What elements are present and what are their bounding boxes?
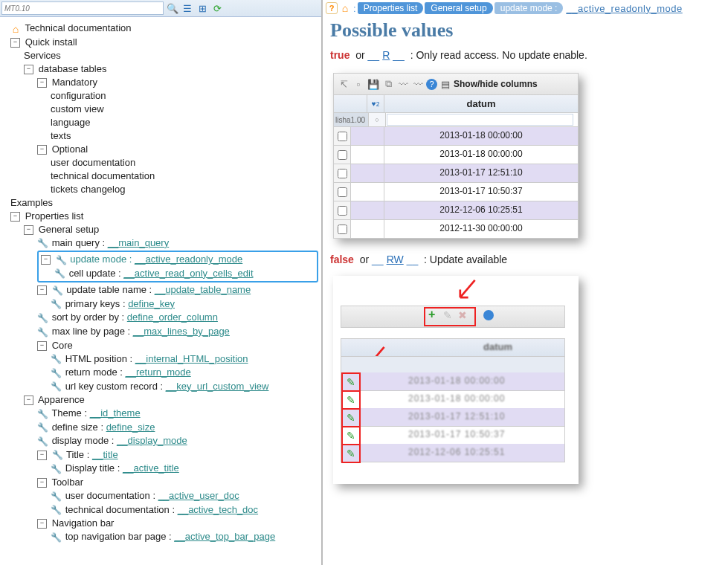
- quick-install[interactable]: Quick install: [25, 36, 77, 48]
- services[interactable]: Services: [24, 50, 61, 61]
- wrench-icon: 🔧: [37, 236, 48, 250]
- language[interactable]: language: [51, 117, 91, 128]
- tree-root[interactable]: Technical documentation: [25, 22, 131, 33]
- general-setup[interactable]: General setup: [39, 224, 100, 235]
- val-rw: RW: [387, 254, 404, 265]
- define-size-link[interactable]: define_size: [106, 422, 155, 433]
- collapse-icon[interactable]: −: [37, 145, 47, 155]
- examples[interactable]: Examples: [10, 197, 53, 208]
- tool-icon[interactable]: 〰: [411, 77, 425, 91]
- row-checkbox[interactable]: [338, 187, 347, 197]
- custom-view[interactable]: custom view: [51, 103, 104, 114]
- collapse-icon[interactable]: −: [24, 396, 33, 405]
- collapse-icon[interactable]: −: [10, 212, 20, 222]
- apparence[interactable]: Apparence: [38, 394, 85, 405]
- wrench-icon: 🔧: [51, 531, 61, 544]
- theme-link[interactable]: __id_theme: [90, 407, 141, 419]
- bc-sep: :: [353, 3, 356, 14]
- cell-update-l: cell update :: [69, 268, 124, 279]
- collapse-icon[interactable]: −: [37, 285, 47, 295]
- collapse-icon[interactable]: −: [37, 451, 47, 460]
- filter-input[interactable]: [387, 114, 573, 126]
- update-mode-l: update mode :: [70, 254, 135, 265]
- maxline-link[interactable]: __max_lines_by_page: [133, 326, 230, 337]
- sort-icon[interactable]: ♥2: [367, 95, 384, 112]
- row-checkbox[interactable]: [338, 150, 347, 160]
- tb-tech-doc-l: technical documentation :: [65, 504, 178, 515]
- optional[interactable]: Optional: [52, 143, 88, 155]
- tool-icon[interactable]: ↸: [337, 77, 350, 91]
- cell-update-link[interactable]: __active_read_only_cells_edit: [123, 268, 253, 279]
- search-input[interactable]: [1, 1, 164, 15]
- display-title-link[interactable]: __active_title: [123, 462, 179, 474]
- edit-cell[interactable]: ✎: [341, 408, 361, 427]
- core[interactable]: Core: [52, 340, 73, 351]
- cfg[interactable]: configuration: [51, 90, 106, 101]
- grid-header: ♥2 datum: [333, 95, 579, 113]
- save-icon[interactable]: 💾: [367, 77, 380, 91]
- wrench-icon: 🔧: [51, 297, 61, 311]
- collapse-icon[interactable]: −: [37, 341, 47, 351]
- row-checkbox[interactable]: [338, 132, 347, 141]
- collapse-icon[interactable]: −: [24, 65, 33, 74]
- copy-icon[interactable]: ⧉: [381, 77, 395, 91]
- edit-cell[interactable]: ✎: [341, 426, 361, 445]
- tickets[interactable]: tickets changelog: [51, 184, 125, 195]
- tool-icon[interactable]: 〰: [396, 77, 410, 91]
- blurred-filter: [341, 356, 565, 374]
- bc-tail[interactable]: __active_readonly_mode: [566, 3, 682, 14]
- topnav-link[interactable]: __active_top_bar_page: [174, 531, 275, 542]
- primary-keys-link[interactable]: define_key: [128, 298, 175, 309]
- list-icon[interactable]: ☰: [181, 2, 193, 14]
- collapse-icon[interactable]: −: [37, 478, 47, 488]
- tech-doc[interactable]: technical documentation: [51, 170, 155, 181]
- toggle-columns[interactable]: Show/hide columns: [454, 79, 538, 89]
- refresh-icon[interactable]: ⟳: [211, 2, 223, 14]
- row-checkbox[interactable]: [338, 225, 347, 234]
- columns-icon[interactable]: ▤: [439, 77, 452, 91]
- edit-cell[interactable]: ✎: [341, 390, 361, 410]
- return-link[interactable]: __return_mode: [126, 367, 191, 378]
- col-datum[interactable]: datum: [384, 95, 578, 112]
- title-link[interactable]: __title: [92, 449, 118, 460]
- wrench-icon: 🔧: [51, 462, 61, 476]
- collapse-icon[interactable]: −: [37, 78, 47, 88]
- help-icon[interactable]: ?: [326, 2, 338, 14]
- mandatory[interactable]: Mandatory: [52, 77, 97, 88]
- row-checkbox[interactable]: [338, 169, 347, 178]
- user-doc[interactable]: user documentation: [51, 157, 135, 168]
- tb-user-doc-link[interactable]: __active_user_doc: [158, 490, 239, 501]
- main-query-link[interactable]: __main_query: [108, 237, 169, 248]
- tb-tech-doc-link[interactable]: __active_tech_doc: [178, 504, 258, 515]
- help-icon[interactable]: [483, 310, 494, 320]
- bc-general[interactable]: General setup: [425, 2, 492, 14]
- navbar[interactable]: Navigation bar: [52, 517, 115, 529]
- display-mode-link[interactable]: __display_mode: [117, 435, 187, 446]
- sort-link[interactable]: define_order_column: [127, 311, 218, 323]
- texts[interactable]: texts: [51, 130, 71, 141]
- bc-properties[interactable]: Properties list: [358, 2, 424, 14]
- value-line-false: false or __RW__ : Update available: [330, 254, 728, 265]
- collapse-icon[interactable]: −: [41, 255, 51, 265]
- properties-list[interactable]: Properties list: [25, 210, 84, 222]
- toolbar-node[interactable]: Toolbar: [51, 477, 83, 488]
- collapse-icon[interactable]: −: [10, 38, 20, 48]
- tool-icon[interactable]: ▫: [352, 77, 365, 91]
- filter-icon[interactable]: ○: [368, 113, 386, 126]
- db-tables[interactable]: database tables: [39, 63, 107, 74]
- expand-icon[interactable]: ⊞: [196, 2, 208, 14]
- search-icon[interactable]: 🔍: [167, 2, 178, 14]
- pencil-icon: ✎: [347, 430, 355, 442]
- edit-cell[interactable]: ✎: [341, 372, 361, 392]
- home-icon[interactable]: ⌂: [340, 2, 350, 14]
- urlkey-link[interactable]: __key_url_custom_view: [166, 381, 269, 392]
- collapse-icon[interactable]: −: [24, 225, 33, 235]
- help-icon[interactable]: ?: [426, 79, 437, 90]
- html-pos-link[interactable]: __internal_HTML_position: [135, 353, 248, 364]
- collapse-icon[interactable]: −: [37, 519, 47, 529]
- update-mode-link[interactable]: __active_readonly_mode: [135, 254, 242, 265]
- row-checkbox[interactable]: [338, 206, 347, 216]
- bc-update-mode[interactable]: update mode :: [495, 2, 564, 14]
- edit-cell[interactable]: ✎: [341, 444, 361, 463]
- update-table-link[interactable]: __update_table_name: [155, 284, 251, 295]
